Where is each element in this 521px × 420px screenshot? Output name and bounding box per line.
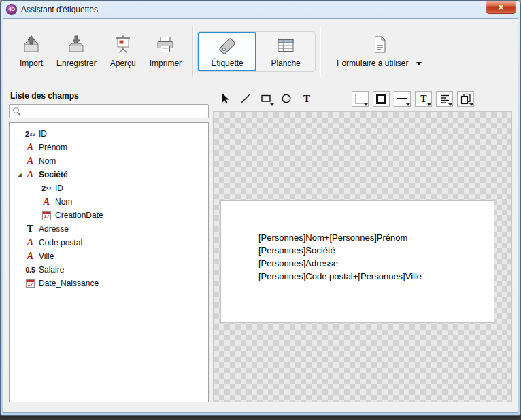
field-item[interactable]: ACode postal — [10, 236, 208, 249]
select-tool[interactable] — [216, 90, 234, 107]
print-icon — [155, 35, 175, 55]
label-line[interactable]: [Personnes]Adresse — [258, 257, 422, 270]
field-type-alpha-icon: A — [24, 251, 37, 262]
field-item[interactable]: AVille — [10, 249, 208, 263]
tab-label[interactable]: Étiquette — [198, 32, 256, 71]
text-style-picker[interactable]: T — [415, 91, 432, 107]
field-name: Nom — [55, 197, 72, 207]
field-name: ID — [39, 129, 47, 139]
form-selector-button[interactable]: Formulaire à utiliser — [337, 35, 422, 68]
align-dropdown-icon[interactable] — [448, 103, 452, 106]
fill-color-dropdown-icon[interactable] — [364, 103, 368, 106]
field-item[interactable]: ◢ASociété — [10, 168, 208, 181]
import-icon — [21, 35, 41, 55]
label-design-canvas[interactable]: [Personnes]Nom+[Personnes]Prénom[Personn… — [213, 111, 512, 402]
field-item[interactable]: 232ID — [10, 127, 208, 141]
field-type-date-icon: 17 — [24, 279, 37, 288]
field-name: Code postal — [39, 238, 82, 247]
field-item[interactable]: TAdresse — [10, 222, 208, 236]
field-item[interactable]: APrénom — [10, 141, 208, 154]
fields-panel-title: Liste des champs — [10, 91, 209, 101]
text-style-dropdown-icon[interactable] — [427, 103, 431, 106]
tab-sheet[interactable]: Planche — [256, 32, 315, 71]
field-name: Ville — [39, 251, 54, 261]
field-item[interactable]: 0.5Salaire — [10, 263, 208, 277]
duplicate-dropdown-icon[interactable] — [469, 103, 473, 106]
line-tool[interactable] — [236, 90, 254, 107]
search-icon — [13, 107, 20, 116]
design-panel: T T — [213, 87, 512, 402]
label-preview-card[interactable]: [Personnes]Nom+[Personnes]Prénom[Personn… — [220, 200, 494, 323]
titlebar[interactable]: 4D Assistant d'étiquettes × — [1, 1, 520, 18]
search-input[interactable] — [24, 105, 205, 117]
field-name: Salaire — [39, 265, 64, 275]
design-toolbar: T T — [213, 87, 512, 111]
field-name: ID — [55, 183, 63, 193]
preview-icon — [113, 35, 133, 55]
field-type-alpha-icon: A — [40, 196, 53, 207]
expand-triangle-icon[interactable]: ◢ — [15, 172, 24, 178]
toolbar-separator — [192, 26, 193, 77]
app-4d-logo-icon: 4D — [6, 4, 17, 15]
chevron-down-icon — [416, 62, 422, 65]
rectangle-tool-dropdown-icon[interactable] — [270, 103, 274, 106]
field-item[interactable]: 17CreationDate — [10, 209, 208, 222]
window-title: Assistant d'étiquettes — [21, 5, 98, 14]
print-button[interactable]: Imprimer — [143, 32, 188, 71]
field-name: Nom — [39, 156, 56, 166]
main-toolbar: Import Enregistrer — [3, 19, 518, 84]
field-type-longint-icon: 232 — [24, 130, 37, 138]
rectangle-tool[interactable] — [256, 90, 275, 107]
svg-text:T: T — [420, 94, 427, 104]
print-label: Imprimer — [150, 58, 182, 68]
tag-icon — [217, 35, 237, 56]
preview-label: Aperçu — [110, 58, 136, 68]
field-type-alpha-icon: A — [24, 169, 37, 180]
tab-sheet-text: Planche — [271, 58, 300, 68]
label-line[interactable]: [Personnes]Nom+[Personnes]Prénom — [258, 231, 422, 244]
import-button[interactable]: Import — [13, 32, 50, 71]
save-label: Enregistrer — [56, 58, 97, 68]
label-line[interactable]: [Personnes]Société — [258, 244, 422, 257]
fill-color-picker[interactable] — [352, 91, 369, 107]
save-button[interactable]: Enregistrer — [50, 32, 103, 71]
field-name: Adresse — [39, 224, 69, 234]
save-icon — [66, 35, 86, 55]
close-button[interactable]: × — [486, 1, 516, 14]
field-item[interactable]: 17Date_Naissance — [10, 277, 208, 290]
field-type-alpha-icon: A — [24, 142, 37, 153]
line-width-picker[interactable] — [394, 91, 411, 107]
label-sheet-tab-group: Étiquette Planche — [197, 31, 316, 72]
fields-panel: Liste des champs 232IDAPrénomANom◢ASocié… — [9, 87, 209, 402]
duplicate-picker[interactable] — [457, 91, 474, 107]
fill-color-swatch — [355, 94, 365, 104]
field-type-text-icon: T — [24, 224, 37, 234]
field-name: Prénom — [39, 143, 67, 152]
preview-button[interactable]: Aperçu — [103, 32, 143, 71]
align-picker[interactable] — [436, 91, 453, 107]
field-type-real-icon: 0.5 — [24, 266, 37, 274]
field-type-alpha-icon: A — [24, 156, 37, 167]
field-item[interactable]: 232ID — [10, 181, 208, 195]
field-name: Date_Naissance — [39, 279, 99, 288]
field-name: CreationDate — [55, 211, 103, 220]
line-width-dropdown-icon[interactable] — [406, 103, 410, 106]
tab-label-text: Étiquette — [211, 58, 243, 68]
table-grid-icon — [275, 35, 296, 56]
border-color-picker[interactable] — [373, 91, 390, 107]
field-type-longint-icon: 232 — [40, 184, 53, 192]
field-list: 232IDAPrénomANom◢ASociété232IDANom17Crea… — [9, 122, 209, 402]
svg-text:T: T — [303, 93, 309, 104]
document-icon — [369, 35, 390, 55]
field-item[interactable]: ANom — [10, 195, 208, 209]
label-line[interactable]: [Personnes]Code postal+[Personnes]Ville — [258, 270, 422, 283]
form-selector-label: Formulaire à utiliser — [337, 58, 408, 68]
oval-tool[interactable] — [277, 90, 295, 107]
field-item[interactable]: ANom — [10, 154, 208, 168]
import-label: Import — [20, 58, 43, 68]
border-color-swatch — [376, 94, 386, 104]
label-text-block: [Personnes]Nom+[Personnes]Prénom[Personn… — [258, 231, 422, 283]
field-search-box — [9, 104, 209, 118]
text-tool[interactable]: T — [297, 90, 316, 107]
label-wizard-window: 4D Assistant d'étiquettes × Import — [0, 0, 521, 416]
